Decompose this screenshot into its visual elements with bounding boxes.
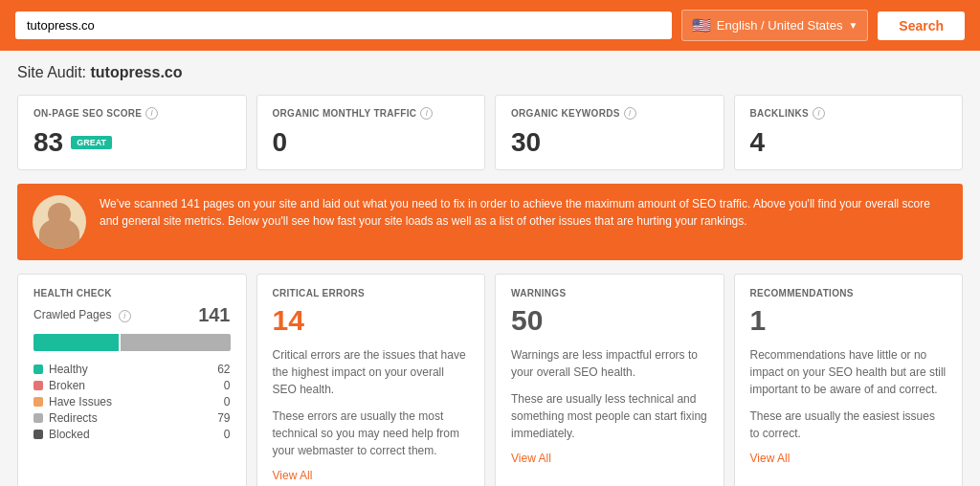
critical-errors-view-all[interactable]: View All [273, 469, 470, 482]
legend-redirects: Redirects 79 [33, 411, 231, 425]
keywords-value: 30 [511, 127, 708, 158]
metric-seo-score: ON-PAGE SEO SCORE i 83 GREAT [17, 95, 247, 170]
health-check-title: HEALTH CHECK [33, 288, 231, 298]
crawled-info-icon[interactable]: i [119, 310, 131, 322]
cards-row: HEALTH CHECK Crawled Pages i 141 Healthy [17, 274, 963, 486]
backlinks-info-icon[interactable]: i [813, 107, 825, 120]
recommendations-desc1: Recommendations have little or no impact… [750, 346, 947, 398]
header: 🇺🇸 English / United States ▼ Search [0, 0, 980, 51]
backlinks-value: 4 [750, 127, 947, 158]
page-title: Site Audit: tutopress.co [17, 64, 963, 81]
search-input[interactable] [15, 11, 672, 39]
warnings-desc2: These are usually less technical and som… [511, 390, 708, 442]
metric-backlinks: BACKLINKS i 4 [734, 95, 964, 170]
traffic-label: ORGANIC MONTHLY TRAFFIC i [273, 107, 470, 120]
redirects-dot [33, 413, 43, 423]
crawled-count: 141 [198, 304, 230, 326]
warnings-value: 50 [511, 304, 708, 337]
metrics-row: ON-PAGE SEO SCORE i 83 GREAT ORGANIC MON… [17, 95, 963, 170]
lang-label: English / United States [717, 18, 843, 33]
metric-keywords: ORGANIC KEYWORDS i 30 [495, 95, 724, 170]
keywords-info-icon[interactable]: i [624, 107, 636, 120]
page-content: Site Audit: tutopress.co ON-PAGE SEO SCO… [0, 51, 980, 486]
seo-score-info-icon[interactable]: i [145, 107, 158, 120]
warnings-view-all[interactable]: View All [511, 452, 708, 465]
warnings-card: WARNINGS 50 Warnings are less impactful … [495, 274, 724, 486]
metric-traffic: ORGANIC MONTHLY TRAFFIC i 0 [256, 95, 486, 170]
great-badge: GREAT [71, 136, 112, 149]
language-selector[interactable]: 🇺🇸 English / United States ▼ [681, 10, 868, 41]
keywords-label: ORGANIC KEYWORDS i [511, 107, 708, 120]
critical-errors-value: 14 [273, 304, 470, 337]
avatar [33, 195, 86, 249]
alert-text: We've scanned 141 pages on your site and… [100, 195, 947, 230]
legend-healthy: Healthy 62 [33, 363, 231, 376]
search-button[interactable]: Search [878, 11, 965, 40]
avatar-body [39, 218, 79, 249]
redirects-bar [121, 334, 230, 351]
health-progress-bar [33, 334, 231, 351]
warnings-desc1: Warnings are less impactful errors to yo… [511, 346, 708, 381]
critical-errors-title: CRITICAL ERRORS [273, 288, 470, 298]
recommendations-desc2: These are usually the easiest issues to … [750, 408, 947, 442]
legend-blocked: Blocked 0 [33, 428, 231, 441]
recommendations-title: RECOMMENDATIONS [750, 288, 947, 298]
seo-score-value: 83 GREAT [33, 127, 231, 158]
domain-name: tutopress.co [91, 64, 183, 80]
recommendations-view-all[interactable]: View All [750, 452, 947, 465]
recommendations-value: 1 [750, 304, 947, 337]
traffic-info-icon[interactable]: i [420, 107, 433, 120]
seo-score-label: ON-PAGE SEO SCORE i [33, 107, 231, 120]
healthy-dot [33, 364, 43, 374]
crawled-pages-row: Crawled Pages i 141 [33, 304, 231, 326]
critical-errors-desc1: Critical errors are the issues that have… [273, 346, 470, 398]
critical-errors-desc2: These errors are usually the most techni… [273, 408, 470, 459]
health-legend: Healthy 62 Broken 0 Have Issues [33, 363, 231, 441]
health-check-card: HEALTH CHECK Crawled Pages i 141 Healthy [17, 274, 247, 486]
alert-banner: We've scanned 141 pages on your site and… [17, 184, 963, 260]
flag-icon: 🇺🇸 [692, 16, 711, 34]
critical-errors-card: CRITICAL ERRORS 14 Critical errors are t… [256, 274, 486, 486]
chevron-down-icon: ▼ [848, 20, 858, 31]
recommendations-card: RECOMMENDATIONS 1 Recommendations have l… [734, 274, 964, 486]
healthy-bar [33, 334, 119, 351]
broken-dot [33, 381, 43, 390]
crawled-label: Crawled Pages i [33, 308, 131, 322]
traffic-value: 0 [273, 127, 470, 158]
legend-broken: Broken 0 [33, 379, 231, 392]
legend-have-issues: Have Issues 0 [33, 395, 231, 409]
backlinks-label: BACKLINKS i [750, 107, 947, 120]
blocked-dot [33, 430, 43, 439]
have-issues-dot [33, 397, 43, 407]
warnings-title: WARNINGS [511, 288, 708, 298]
